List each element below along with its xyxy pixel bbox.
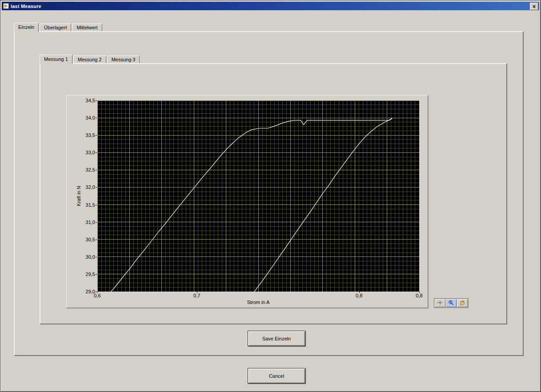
close-button[interactable]: ×: [530, 3, 538, 10]
y-tick-label: 32,0: [75, 184, 95, 190]
xy-graph: Kraft in N Strom in A 34,534,033,533,032…: [66, 95, 428, 308]
x-axis-label: Strom in A: [247, 300, 270, 305]
y-tick-mark: [96, 240, 97, 240]
save-button[interactable]: Save Einzeln: [248, 331, 305, 346]
window: last Measure × EinzelnÜberlagertMittelwe…: [0, 0, 541, 392]
x-tick-mark: [359, 292, 360, 293]
x-tick-label: 0,7: [187, 293, 207, 298]
cancel-button[interactable]: Cancel: [248, 368, 305, 384]
y-tick-mark: [96, 222, 97, 223]
close-icon: ×: [533, 4, 536, 9]
x-tick-label: 0,8: [409, 293, 429, 298]
plot-area[interactable]: [97, 100, 419, 292]
y-tick-label: 31,5: [75, 202, 95, 208]
cursor-tool-button[interactable]: [435, 299, 445, 307]
inner-tab-strip: Messung 1Messung 2Messung 3: [40, 55, 140, 64]
titlebar[interactable]: last Measure ×: [2, 2, 539, 10]
zoom-tool-button[interactable]: [446, 299, 457, 307]
y-tick-mark: [96, 292, 97, 292]
graph-palette: [434, 298, 469, 308]
app-icon: [3, 3, 9, 9]
tab-einzeln[interactable]: Einzeln: [14, 23, 39, 32]
y-tick-mark: [96, 205, 97, 205]
x-tick-mark: [419, 292, 420, 293]
y-tick-mark: [96, 187, 97, 188]
tab-messung-3[interactable]: Messung 3: [107, 56, 140, 63]
x-tick-label: 0,6: [88, 293, 107, 298]
y-tick-label: 33,5: [75, 132, 95, 138]
y-tick-label: 30,0: [75, 254, 95, 260]
pan-tool-button[interactable]: [457, 299, 468, 307]
cancel-button-label: Cancel: [269, 373, 284, 379]
save-button-label: Save Einzeln: [262, 336, 291, 341]
y-tick-mark: [96, 257, 97, 257]
y-tick-mark: [96, 100, 97, 101]
tab-mittelwert[interactable]: Mittelwert: [72, 24, 102, 31]
y-tick-label: 34,0: [75, 115, 95, 120]
pan-tool-icon: [459, 300, 466, 306]
cursor-tool-icon: [437, 300, 444, 306]
y-tick-label: 33,0: [75, 150, 95, 155]
outer-tab-strip: EinzelnÜberlagertMittelwert: [14, 23, 103, 32]
zoom-tool-icon: [448, 300, 455, 306]
x-tick-mark: [197, 292, 197, 293]
y-tick-label: 32,5: [75, 167, 95, 172]
y-tick-label: 30,5: [75, 237, 95, 242]
y-tick-mark: [96, 152, 97, 153]
y-tick-label: 29,5: [75, 272, 95, 277]
x-tick-mark: [97, 292, 98, 293]
y-tick-mark: [96, 274, 97, 275]
x-tick-label: 0,8: [349, 293, 369, 298]
y-tick-label: 34,5: [75, 98, 95, 103]
tab-überlagert[interactable]: Überlagert: [40, 24, 71, 31]
y-tick-label: 31,0: [75, 220, 95, 225]
tab-messung-2[interactable]: Messung 2: [73, 56, 106, 63]
tab-messung-1[interactable]: Messung 1: [40, 55, 72, 64]
y-tick-mark: [96, 170, 97, 170]
y-tick-mark: [96, 135, 97, 136]
y-tick-mark: [96, 118, 97, 118]
window-title: last Measure: [11, 4, 41, 9]
